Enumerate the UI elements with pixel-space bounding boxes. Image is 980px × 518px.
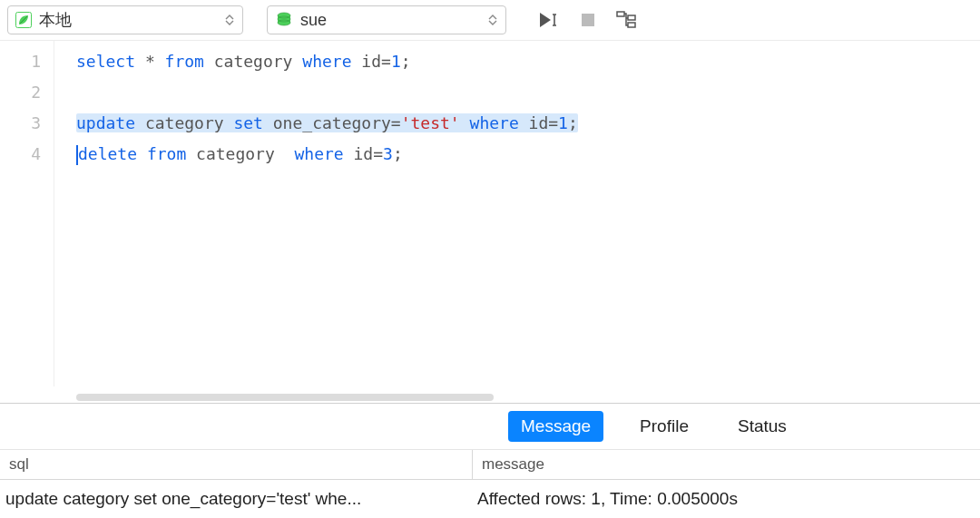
tab-status[interactable]: Status [725,411,799,442]
line-gutter: 1 2 3 4 [0,41,54,386]
svg-rect-7 [628,15,635,20]
sql-editor[interactable]: 1 2 3 4 select * from category where id=… [0,41,980,386]
result-message-cell: Affected rows: 1, Time: 0.005000s [472,480,980,518]
line-number: 4 [0,139,41,170]
dropdown-arrows-icon [487,15,498,25]
column-header-sql[interactable]: sql [0,450,472,479]
toolbar: 本地 sue [0,0,980,41]
database-label: sue [300,11,480,30]
app-root: 本地 sue [0,0,980,518]
dropdown-arrows-icon [224,15,235,25]
connection-selector[interactable]: 本地 [7,5,243,34]
run-button[interactable] [537,7,563,33]
result-sql-cell: update category set one_category='test' … [0,480,472,518]
connection-label: 本地 [39,9,217,31]
leaf-icon [15,12,32,28]
results-row[interactable]: update category set one_category='test' … [0,480,980,518]
database-selector[interactable]: sue [267,5,506,34]
line-number: 3 [0,108,41,139]
database-icon [275,11,293,29]
results-header: sql message [0,450,980,480]
code-line: delete from category where id=3; [76,139,980,170]
code-line: update category set one_category='test' … [76,108,980,139]
horizontal-scrollbar[interactable] [76,392,947,403]
column-header-message[interactable]: message [472,450,980,479]
tab-profile[interactable]: Profile [627,411,701,442]
explain-button[interactable] [613,7,639,33]
svg-rect-6 [617,12,624,16]
svg-rect-5 [582,14,594,26]
results-panel: Message Profile Status sql message updat… [0,403,980,518]
stop-button[interactable] [575,7,601,33]
tab-message[interactable]: Message [508,411,603,442]
line-number: 1 [0,46,41,77]
results-tabs: Message Profile Status [0,404,980,450]
line-number: 2 [0,77,41,108]
svg-rect-8 [628,23,635,27]
code-line [76,77,980,108]
scrollbar-thumb[interactable] [76,394,494,401]
code-area[interactable]: select * from category where id=1;update… [54,41,980,386]
code-line: select * from category where id=1; [76,46,980,77]
